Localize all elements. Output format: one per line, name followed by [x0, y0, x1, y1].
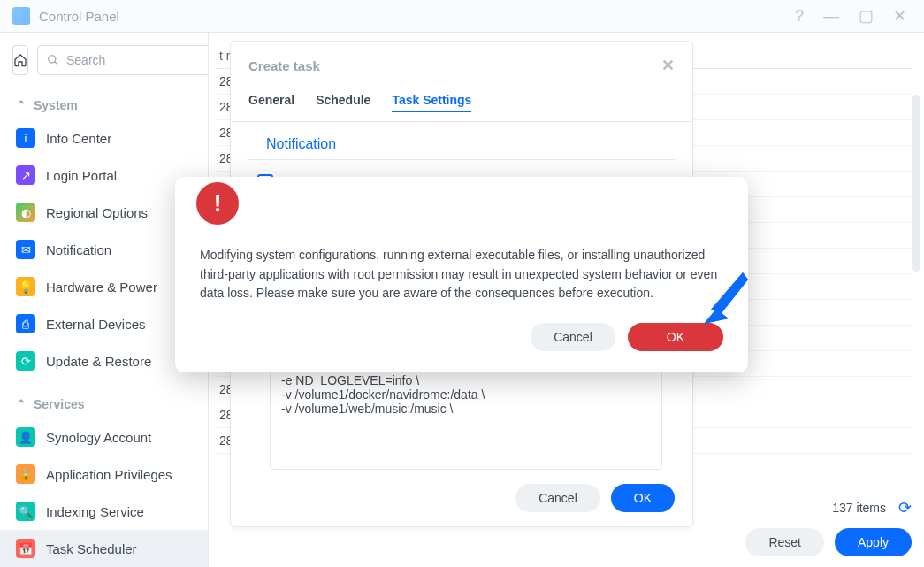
warning-exclamation-icon: !: [196, 182, 239, 225]
close-window-icon[interactable]: ✕: [888, 6, 912, 26]
calendar-icon: 📅: [16, 539, 35, 558]
nav-info-center[interactable]: iInfo Center: [0, 119, 208, 157]
close-modal-icon[interactable]: ✕: [661, 56, 675, 75]
titlebar: Control Panel ? — ▢ ✕: [0, 0, 924, 32]
info-icon: i: [16, 128, 35, 148]
home-button[interactable]: [12, 45, 28, 75]
search-icon: [47, 54, 59, 66]
nav-label: Hardware & Power: [46, 280, 157, 295]
svg-point-0: [49, 56, 56, 63]
refresh-icon: ⟳: [16, 351, 35, 371]
tab-task-settings[interactable]: Task Settings: [392, 89, 471, 112]
nav-label: Indexing Service: [46, 504, 144, 519]
vertical-scrollbar[interactable]: [912, 95, 920, 272]
nav-label: Info Center: [46, 131, 111, 146]
items-count: 137 items: [832, 501, 886, 515]
lock-icon: 🔒: [16, 464, 35, 484]
window-title: Control Panel: [39, 9, 119, 24]
nav-label: Update & Restore: [46, 354, 151, 369]
usb-icon: ⎙: [16, 314, 35, 333]
chevron-up-icon: ⌃: [16, 397, 27, 411]
search-input-wrapper[interactable]: [37, 45, 209, 75]
nav-application-privileges[interactable]: 🔒Application Privileges: [0, 456, 208, 493]
nav-label: Synology Account: [46, 430, 151, 445]
section-notification-header: Notification: [248, 122, 675, 160]
nav-label: Application Privileges: [46, 467, 172, 482]
group-label: System: [34, 98, 78, 112]
nav-task-scheduler[interactable]: 📅Task Scheduler: [0, 530, 208, 567]
help-icon[interactable]: ?: [790, 7, 809, 26]
nav-label: Regional Options: [46, 205, 148, 220]
group-label: Services: [34, 397, 85, 411]
nav-synology-account[interactable]: 👤Synology Account: [0, 418, 208, 456]
warning-cancel-button[interactable]: Cancel: [531, 323, 615, 351]
apply-button[interactable]: Apply: [835, 528, 912, 556]
chevron-up-icon: ⌃: [16, 98, 27, 112]
create-ok-button[interactable]: OK: [611, 484, 675, 512]
group-services[interactable]: ⌃ Services: [0, 387, 208, 418]
warning-text: Modifying system configurations, running…: [200, 246, 723, 303]
nav-label: External Devices: [46, 317, 146, 332]
maximize-icon[interactable]: ▢: [853, 6, 879, 26]
svg-line-1: [55, 62, 57, 65]
nav-label: Task Scheduler: [46, 541, 137, 556]
door-icon: ↗: [16, 165, 35, 185]
nav-label: Login Portal: [46, 168, 117, 183]
group-system[interactable]: ⌃ System: [0, 88, 208, 119]
search-input[interactable]: [66, 53, 209, 67]
user-icon: 👤: [16, 427, 35, 447]
globe-icon: ◐: [16, 203, 35, 222]
refresh-button[interactable]: ⟳: [898, 498, 912, 517]
modal-title: Create task: [248, 58, 320, 73]
nav-indexing-service[interactable]: 🔍Indexing Service: [0, 493, 208, 530]
bell-icon: ✉: [16, 240, 35, 259]
index-icon: 🔍: [16, 502, 35, 521]
tab-general[interactable]: General: [248, 89, 294, 112]
page-button-bar: Reset Apply: [745, 528, 912, 556]
tab-schedule[interactable]: Schedule: [316, 89, 370, 112]
minimize-icon[interactable]: —: [818, 7, 844, 26]
create-cancel-button[interactable]: Cancel: [515, 484, 600, 512]
warning-dialog: Modifying system configurations, running…: [175, 177, 748, 372]
bulb-icon: 💡: [16, 277, 35, 296]
annotation-arrow-icon: [699, 267, 752, 333]
app-icon: [12, 7, 30, 25]
reset-button[interactable]: Reset: [745, 528, 824, 556]
nav-label: Notification: [46, 242, 111, 257]
